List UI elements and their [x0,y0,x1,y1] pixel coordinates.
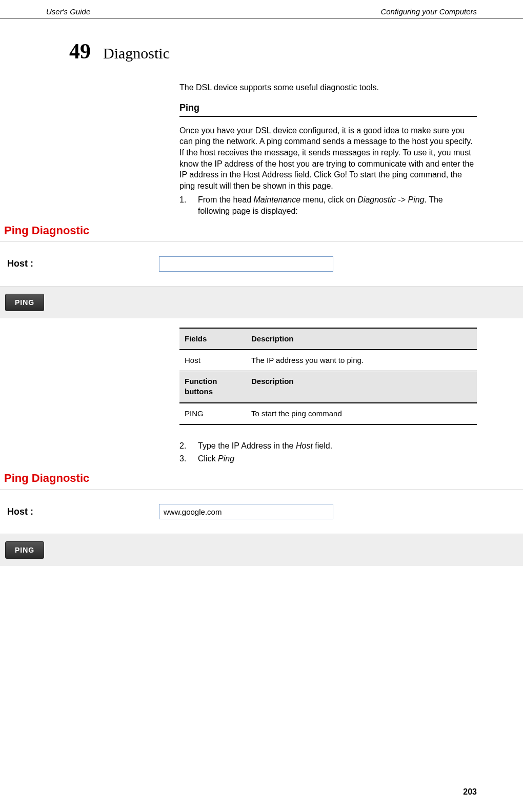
content-block-1: The DSL device supports some useful diag… [179,82,477,217]
th-function-buttons: Function buttons [179,371,246,403]
table-row: Host The IP address you want to ping. [179,350,477,371]
host-label: Host : [5,258,159,269]
page: User's Guide Configuring your Computers … [0,0,523,812]
section-body: Once you have your DSL device configured… [179,125,477,192]
table-header-row: Fields Description [179,328,477,350]
table-header-row-2: Function buttons Description [179,371,477,403]
chapter-number: 49 [69,39,91,64]
header-right: Configuring your Computers [380,7,477,16]
step-number: 2. [179,440,190,452]
fields-table: Fields Description Host The IP address y… [179,328,477,425]
page-number: 203 [463,787,477,797]
panel-title: Ping Diagnostic [0,222,523,241]
header-left: User's Guide [46,7,90,16]
step-2: 2. Type the IP Address in the Host field… [179,440,477,452]
step-3: 3. Click Ping [179,453,477,464]
running-header: User's Guide Configuring your Computers [0,0,523,18]
step-text: From the head Maintenance menu, click on… [198,194,477,216]
intro-paragraph: The DSL device supports some useful diag… [179,82,477,93]
step-number: 3. [179,453,190,464]
content-block-2: Fields Description Host The IP address y… [179,328,477,464]
step-text: Click Ping [198,453,234,464]
td-host-desc: The IP address you want to ping. [246,350,477,371]
host-row: Host : [0,241,523,287]
step-text: Type the IP Address in the Host field. [198,440,332,452]
panel-title: Ping Diagnostic [0,470,523,489]
section-heading-ping: Ping [179,102,477,117]
chapter-title: Diagnostic [103,45,170,62]
host-row: Host : [0,489,523,534]
step-1: 1. From the head Maintenance menu, click… [179,194,477,216]
ping-panel-1: Ping Diagnostic Host : PING [0,222,523,318]
host-input[interactable] [159,256,333,272]
table-row: PING To start the ping command [179,403,477,424]
th-description-2: Description [246,371,477,403]
host-input[interactable] [159,504,333,519]
ping-button[interactable]: PING [5,541,44,559]
th-description: Description [246,328,477,350]
ping-button[interactable]: PING [5,294,44,311]
td-ping-desc: To start the ping command [246,403,477,424]
button-row: PING [0,287,523,318]
th-fields: Fields [179,328,246,350]
step-number: 1. [179,194,190,216]
ping-panel-2: Ping Diagnostic Host : PING [0,470,523,566]
td-ping: PING [179,403,246,424]
host-label: Host : [5,506,159,517]
td-host: Host [179,350,246,371]
button-row: PING [0,534,523,566]
chapter-header: 49 Diagnostic [0,39,523,64]
